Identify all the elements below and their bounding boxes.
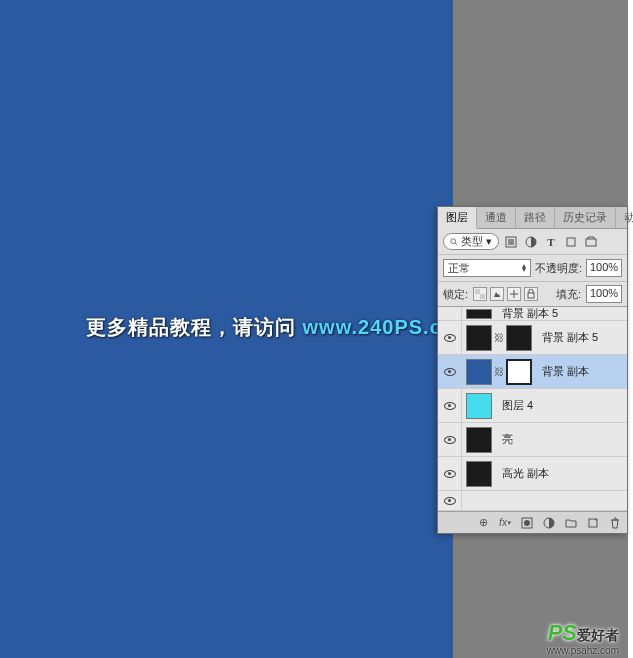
filter-smart-icon[interactable]: [583, 234, 599, 250]
lock-transparent-icon[interactable]: [473, 287, 487, 301]
filter-type-select[interactable]: 类型 ▾: [443, 233, 499, 250]
visibility-toggle[interactable]: [438, 423, 462, 456]
blend-mode-value: 正常: [448, 261, 470, 276]
layer-thumbnail[interactable]: [466, 359, 492, 385]
layer-row[interactable]: 亮: [438, 423, 627, 457]
layer-row[interactable]: 高光 副本: [438, 457, 627, 491]
filter-row: 类型 ▾ T: [438, 229, 627, 255]
eye-icon: [444, 368, 456, 376]
chevron-updown-icon: ▴▾: [522, 264, 526, 272]
visibility-toggle[interactable]: [438, 307, 462, 320]
filter-pixel-icon[interactable]: [503, 234, 519, 250]
eye-icon: [444, 436, 456, 444]
svg-rect-5: [586, 239, 596, 246]
svg-point-10: [524, 520, 530, 526]
layer-thumbnail[interactable]: [466, 325, 492, 351]
trash-icon[interactable]: [608, 516, 622, 530]
edge-strip: [628, 0, 633, 658]
adjustment-layer-icon[interactable]: [542, 516, 556, 530]
eye-icon: [444, 402, 456, 410]
layer-thumbnail[interactable]: [466, 393, 492, 419]
layer-thumbnail[interactable]: [466, 427, 492, 453]
promo-overlay: 更多精品教程，请访问 www.240PS.com: [86, 314, 474, 341]
fill-label: 填充:: [556, 287, 581, 302]
layer-name[interactable]: 图层 4: [496, 398, 533, 413]
tab-channels[interactable]: 通道: [477, 207, 516, 228]
fill-input[interactable]: 100%: [586, 285, 622, 303]
watermark-logo: PS爱好者: [548, 620, 619, 646]
eye-icon: [444, 334, 456, 342]
layer-thumbnail[interactable]: [466, 309, 492, 319]
link-layers-icon[interactable]: ⊕: [476, 516, 490, 530]
visibility-toggle[interactable]: [438, 491, 462, 510]
lock-image-icon[interactable]: [490, 287, 504, 301]
watermark-url: www.psahz.com: [547, 645, 619, 656]
filter-adjust-icon[interactable]: [523, 234, 539, 250]
filter-shape-icon[interactable]: [563, 234, 579, 250]
visibility-toggle[interactable]: [438, 457, 462, 490]
tab-actions[interactable]: 动作: [616, 207, 633, 228]
svg-rect-4: [567, 238, 575, 246]
layer-name[interactable]: 背景 副本: [536, 364, 589, 379]
filter-type-icon[interactable]: T: [543, 234, 559, 250]
layer-row[interactable]: ⛓ 背景 副本 5: [438, 321, 627, 355]
watermark-ps: PS: [548, 620, 577, 645]
eye-icon: [444, 497, 456, 505]
opacity-label: 不透明度:: [535, 261, 582, 276]
opacity-input[interactable]: 100%: [586, 259, 622, 277]
svg-rect-8: [528, 293, 534, 298]
lock-all-icon[interactable]: [524, 287, 538, 301]
tab-paths[interactable]: 路径: [516, 207, 555, 228]
chevron-updown-icon: ▾: [486, 235, 492, 248]
layer-name[interactable]: 背景 副本 5: [496, 307, 558, 321]
new-layer-icon[interactable]: [586, 516, 600, 530]
lock-label: 锁定:: [443, 287, 468, 302]
visibility-toggle[interactable]: [438, 355, 462, 388]
svg-rect-6: [475, 289, 480, 294]
blend-row: 正常 ▴▾ 不透明度: 100%: [438, 255, 627, 282]
visibility-toggle[interactable]: [438, 389, 462, 422]
layer-name[interactable]: 亮: [496, 432, 513, 447]
panel-footer: ⊕ fx▾: [438, 511, 627, 533]
svg-point-0: [451, 238, 456, 243]
tab-layers[interactable]: 图层: [438, 207, 477, 229]
add-mask-icon[interactable]: [520, 516, 534, 530]
group-icon[interactable]: [564, 516, 578, 530]
layers-list: 背景 副本 5 ⛓ 背景 副本 5 ⛓ 背景 副本 图层 4: [438, 307, 627, 511]
watermark-suffix: 爱好者: [577, 627, 619, 643]
mask-thumbnail[interactable]: [506, 325, 532, 351]
tab-history[interactable]: 历史记录: [555, 207, 616, 228]
chain-icon: ⛓: [494, 332, 504, 343]
lock-position-icon[interactable]: [507, 287, 521, 301]
lock-row: 锁定: 填充: 100%: [438, 282, 627, 307]
fx-icon[interactable]: fx▾: [498, 516, 512, 530]
filter-label: 类型: [461, 234, 483, 249]
layer-name[interactable]: 背景 副本 5: [536, 330, 598, 345]
mask-thumbnail[interactable]: [506, 359, 532, 385]
search-icon: [450, 238, 458, 246]
promo-text-before: 更多精品教程，请访问: [86, 316, 303, 338]
chain-icon: ⛓: [494, 366, 504, 377]
layer-row[interactable]: 图层 4: [438, 389, 627, 423]
layer-thumbnail[interactable]: [466, 461, 492, 487]
layer-name[interactable]: 高光 副本: [496, 466, 549, 481]
panel-tabs: 图层 通道 路径 历史记录 动作: [438, 207, 627, 229]
layer-row[interactable]: ⛓ 背景 副本: [438, 355, 627, 389]
layer-row[interactable]: [438, 491, 627, 511]
lock-icons: [473, 287, 538, 301]
visibility-toggle[interactable]: [438, 321, 462, 354]
svg-rect-7: [480, 294, 485, 299]
eye-icon: [444, 470, 456, 478]
blend-mode-select[interactable]: 正常 ▴▾: [443, 259, 531, 277]
layers-panel: 图层 通道 路径 历史记录 动作 类型 ▾ T 正常 ▴▾ 不透明度: 100%…: [437, 206, 628, 534]
svg-rect-2: [508, 239, 514, 245]
layer-row[interactable]: 背景 副本 5: [438, 307, 627, 321]
